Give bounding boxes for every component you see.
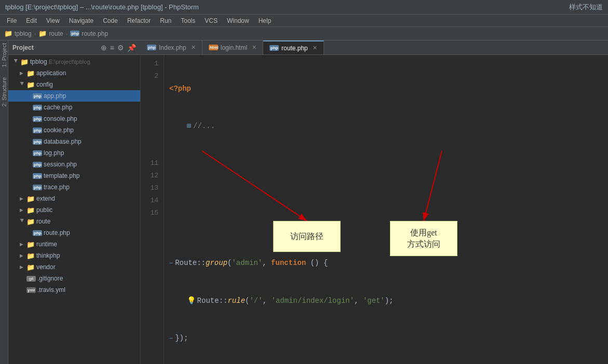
code-line-2: ⊞//... bbox=[169, 120, 603, 132]
tab-icon-indexphp: php bbox=[147, 45, 156, 50]
left-panel-tabs: 1: Project 2: Structure bbox=[0, 40, 8, 364]
panel-tab-project[interactable]: 1: Project bbox=[1, 43, 7, 67]
tree-item-cachephp[interactable]: php cache.php bbox=[8, 102, 140, 113]
menu-help[interactable]: Help bbox=[254, 16, 276, 25]
code-line-11 bbox=[169, 219, 603, 232]
code-line-13: 💡Route::rule('/', 'admin/index/login', '… bbox=[169, 295, 603, 307]
tree-item-config[interactable]: ▶ 📁 config bbox=[8, 79, 140, 90]
php-icon: php bbox=[33, 93, 42, 99]
tree-item-appphp[interactable]: php app.php bbox=[8, 90, 140, 102]
php-icon: php bbox=[33, 139, 42, 145]
tree-item-logphp[interactable]: php log.php bbox=[8, 147, 140, 159]
menu-navigate[interactable]: Navigate bbox=[65, 16, 98, 25]
php-icon: php bbox=[33, 162, 42, 167]
php-icon: php bbox=[33, 128, 42, 133]
menu-refactor[interactable]: Refactor bbox=[123, 16, 155, 25]
title-bar: tpblog [E:\project\tpblog] – ...\route\r… bbox=[0, 0, 608, 15]
menu-bar: File Edit View Navigate Code Refactor Ru… bbox=[0, 15, 608, 27]
tree-item-tpblog[interactable]: ▶ 📁 tpblog E:\project\tpblog bbox=[8, 56, 140, 67]
tab-icon-routephp: php bbox=[269, 45, 279, 51]
tree-item-public[interactable]: ▶ 📁 public bbox=[8, 204, 140, 216]
tree-item-vendor[interactable]: ▶ 📁 vendor bbox=[8, 261, 140, 273]
code-content[interactable]: <?php ⊞//... −Route::group('admin', func… bbox=[164, 55, 608, 364]
tab-icon-loginhtml: html bbox=[209, 45, 218, 50]
tree-item-databasephp[interactable]: php database.php bbox=[8, 136, 140, 147]
menu-file[interactable]: File bbox=[3, 16, 21, 25]
tree-item-sessionphp[interactable]: php session.php bbox=[8, 159, 140, 170]
code-editor[interactable]: 1 2 11 12 13 14 15 <?php ⊞//... −Route::… bbox=[141, 55, 608, 364]
menu-view[interactable]: View bbox=[42, 16, 64, 25]
main-layout: 1: Project 2: Structure Project ⊕ ≡ ⚙ 📌 … bbox=[0, 40, 608, 364]
panel-tab-structure[interactable]: 2: Structure bbox=[1, 77, 7, 107]
yaml-icon: yml bbox=[26, 287, 36, 293]
php-file-icon: php bbox=[70, 31, 79, 36]
git-icon: git bbox=[26, 276, 36, 282]
menu-edit[interactable]: Edit bbox=[22, 16, 41, 25]
code-line-12: −Route::group('admin', function () { bbox=[169, 257, 603, 270]
tab-indexphp[interactable]: php Index.php ✕ bbox=[141, 40, 202, 54]
tree-item-tracephp[interactable]: php trace.php bbox=[8, 181, 140, 193]
collapse-icon[interactable]: ≡ bbox=[110, 44, 114, 52]
editor-area: php Index.php ✕ html login.html ✕ php ro… bbox=[141, 40, 608, 364]
tree-item-thinkphp[interactable]: ▶ 📁 thinkphp bbox=[8, 250, 140, 261]
php-icon: php bbox=[33, 116, 42, 122]
tree-item-templatephp[interactable]: php template.php bbox=[8, 170, 140, 181]
tree-item-application[interactable]: ▶ 📁 application bbox=[8, 67, 140, 79]
php-icon: php bbox=[33, 150, 42, 156]
file-tree: ▶ 📁 tpblog E:\project\tpblog ▶ 📁 applica… bbox=[8, 55, 140, 364]
sidebar-action-icons: ⊕ ≡ ⚙ 📌 bbox=[101, 44, 136, 52]
tree-item-route-folder[interactable]: ▶ 📁 route bbox=[8, 216, 140, 227]
watermark: 样式不知道 bbox=[569, 3, 603, 12]
window-title: tpblog [E:\project\tpblog] – ...\route\r… bbox=[5, 3, 199, 11]
tree-item-travisyml[interactable]: yml .travis.yml bbox=[8, 284, 140, 296]
tree-item-cookiephp[interactable]: php cookie.php bbox=[8, 124, 140, 136]
sync-icon[interactable]: ⊕ bbox=[101, 44, 107, 52]
pin-icon[interactable]: 📌 bbox=[127, 44, 136, 52]
tab-close-indexphp[interactable]: ✕ bbox=[191, 44, 196, 51]
tree-item-extend[interactable]: ▶ 📁 extend bbox=[8, 193, 140, 204]
sidebar: Project ⊕ ≡ ⚙ 📌 ▶ 📁 tpblog E:\project\tp… bbox=[8, 40, 141, 364]
tab-close-loginhtml[interactable]: ✕ bbox=[252, 44, 256, 51]
php-icon: php bbox=[33, 185, 42, 190]
php-icon: php bbox=[33, 105, 42, 110]
menu-tools[interactable]: Tools bbox=[177, 16, 199, 25]
tree-item-consolephp[interactable]: php console.php bbox=[8, 113, 140, 124]
php-icon: php bbox=[33, 230, 42, 236]
menu-window[interactable]: Window bbox=[223, 16, 253, 25]
tab-routephp[interactable]: php route.php ✕ bbox=[263, 40, 324, 54]
breadcrumb-routephp[interactable]: php route.php bbox=[70, 30, 108, 37]
menu-code[interactable]: Code bbox=[99, 16, 122, 25]
breadcrumb-route-folder[interactable]: 📁 route bbox=[38, 30, 63, 37]
tree-item-runtime[interactable]: ▶ 📁 runtime bbox=[8, 239, 140, 250]
settings-icon[interactable]: ⚙ bbox=[117, 44, 124, 52]
breadcrumb-tpblog[interactable]: 📁 tpblog bbox=[4, 30, 32, 37]
line-numbers: 1 2 11 12 13 14 15 bbox=[141, 55, 164, 364]
tree-item-routephp[interactable]: php route.php bbox=[8, 227, 140, 239]
sidebar-header: Project ⊕ ≡ ⚙ 📌 bbox=[8, 40, 140, 55]
code-line-14: −}); bbox=[169, 332, 603, 345]
sidebar-title: Project bbox=[12, 44, 34, 51]
breadcrumb-bar: 📁 tpblog › 📁 route › php route.php bbox=[0, 27, 608, 40]
tree-item-gitignore[interactable]: git .gitignore bbox=[8, 273, 140, 284]
code-line-1: <?php bbox=[169, 82, 603, 95]
menu-vcs[interactable]: VCS bbox=[200, 16, 222, 25]
folder-icon: 📁 bbox=[38, 30, 47, 37]
php-icon: php bbox=[33, 173, 42, 179]
tab-close-routephp[interactable]: ✕ bbox=[313, 45, 317, 51]
menu-run[interactable]: Run bbox=[156, 16, 175, 25]
tab-loginhtml[interactable]: html login.html ✕ bbox=[202, 40, 263, 54]
editor-tabs: php Index.php ✕ html login.html ✕ php ro… bbox=[141, 40, 608, 55]
folder-icon: 📁 bbox=[4, 30, 12, 37]
